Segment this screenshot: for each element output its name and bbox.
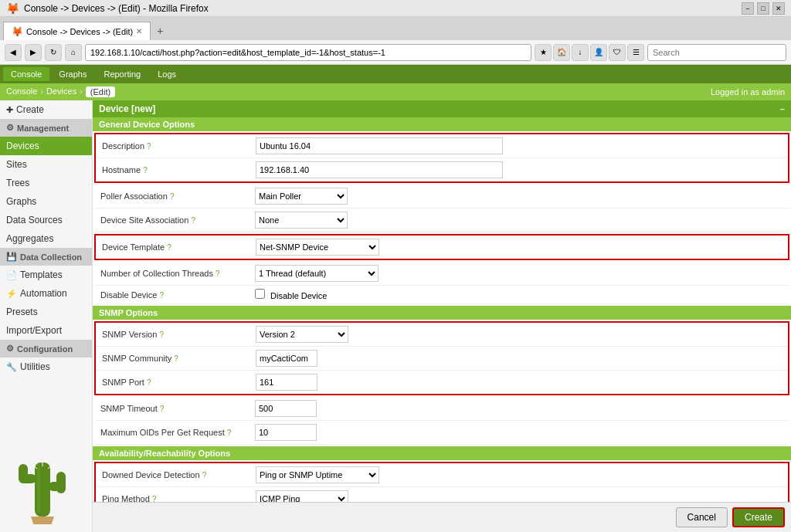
breadcrumb-console[interactable]: Console (6, 86, 37, 97)
sidebar-label-sites: Sites (6, 159, 27, 170)
availability-section-label: Availability/Reachability Options (99, 449, 230, 458)
configuration-icon: ⚙ (6, 344, 14, 354)
sidebar-item-presets[interactable]: Presets (0, 303, 92, 321)
device-template-row: Device Template ? Net-SNMP Device (95, 235, 789, 259)
sidebar-item-utilities[interactable]: 🔧 Utilities (0, 357, 92, 376)
sidebar-label-import-export: Import/Export (6, 325, 62, 336)
app-nav-tabs: Console Graphs Reporting Logs (0, 65, 791, 83)
breadcrumb: Console › Devices › (Edit) (6, 86, 115, 97)
disable-device-row: Disable Device ? Disable Device (94, 286, 789, 304)
downed-detection-row: Downed Device Detection ? Ping or SNMP U… (95, 463, 789, 487)
hostname-input[interactable] (256, 161, 503, 178)
breadcrumb-edit[interactable]: (Edit) (86, 86, 115, 97)
home-button[interactable]: ⌂ (65, 44, 82, 61)
content-wrapper: Device [new] − General Device Options De… (93, 100, 791, 532)
create-button[interactable]: Create (732, 507, 785, 527)
device-template-help-icon[interactable]: ? (167, 243, 171, 252)
disable-help-icon[interactable]: ? (159, 291, 164, 300)
sidebar-label-aggregates: Aggregates (6, 233, 53, 244)
sidebar-label-datacollection: Data Collection (20, 252, 82, 262)
utilities-icon: 🔧 (6, 362, 17, 372)
snmp-port-row: SNMP Port ? (95, 371, 789, 395)
description-input[interactable] (256, 137, 503, 154)
threads-select[interactable]: 1 Thread (default) (255, 265, 379, 282)
menu-icon[interactable]: ☰ (627, 44, 644, 61)
hostname-label: Hostname (102, 165, 141, 175)
availability-section-header: Availability/Reachability Options (93, 446, 791, 460)
collapse-button[interactable]: − (780, 105, 785, 114)
sidebar-item-trees[interactable]: Trees (0, 174, 92, 192)
sidebar-item-devices[interactable]: Devices (0, 137, 92, 155)
sidebar-item-templates[interactable]: 📄 Templates (0, 266, 92, 284)
bookmark-icon[interactable]: ★ (535, 44, 552, 61)
snmp-timeout-input[interactable] (255, 400, 317, 417)
snmp-port-label: SNMP Port (102, 378, 144, 387)
ping-method-help-icon[interactable]: ? (152, 495, 157, 502)
downed-detection-label: Downed Device Detection (102, 470, 200, 479)
tab-logs[interactable]: Logs (150, 67, 184, 81)
download-icon[interactable]: ↓ (572, 44, 589, 61)
management-icon: ⚙ (6, 123, 14, 133)
tab-console[interactable]: Console (3, 67, 49, 81)
new-tab-button[interactable]: + (151, 22, 169, 40)
snmp-timeout-help-icon[interactable]: ? (160, 405, 165, 413)
ping-method-select[interactable]: ICMP Ping (256, 490, 348, 502)
reload-button[interactable]: ↻ (45, 44, 62, 61)
sidebar-item-import-export[interactable]: Import/Export (0, 321, 92, 340)
snmp-port-input[interactable] (256, 374, 317, 391)
sidebar-item-graphs[interactable]: Graphs (0, 192, 92, 211)
sidebar-item-data-sources[interactable]: Data Sources (0, 211, 92, 229)
device-template-select[interactable]: Net-SNMP Device (256, 239, 379, 256)
maximize-button[interactable]: □ (757, 2, 769, 15)
device-title-label: Device [new] (99, 103, 155, 114)
disable-device-text: Disable Device (270, 291, 327, 300)
snmp-community-row: SNMP Community ? (95, 347, 789, 371)
sidebar-label-configuration: Configuration (17, 344, 73, 354)
snmp-timeout-row: SNMP Timeout ? (94, 397, 789, 421)
threads-help-icon[interactable]: ? (216, 269, 220, 278)
max-oids-help-icon[interactable]: ? (227, 429, 232, 437)
sidebar-item-aggregates[interactable]: Aggregates (0, 229, 92, 248)
shield-icon[interactable]: 🛡 (609, 44, 626, 61)
poller-help-icon[interactable]: ? (170, 192, 175, 201)
threads-label: Number of Collection Threads (100, 269, 213, 278)
forward-button[interactable]: ▶ (25, 44, 42, 61)
browser-tab-active[interactable]: 🦊 Console -> Devices -> (Edit) ✕ (3, 22, 151, 40)
site-select[interactable]: None (255, 212, 348, 229)
description-help-icon[interactable]: ? (147, 142, 151, 151)
tab-graphs[interactable]: Graphs (51, 67, 94, 81)
scrollable-content: Device [new] − General Device Options De… (93, 100, 791, 502)
snmp-version-select[interactable]: Version 2 (256, 326, 348, 343)
back-button[interactable]: ◀ (5, 44, 22, 61)
hostname-help-icon[interactable]: ? (143, 166, 148, 175)
search-input[interactable] (647, 44, 786, 61)
tab-reporting[interactable]: Reporting (96, 67, 148, 81)
close-button[interactable]: ✕ (772, 2, 785, 15)
url-input[interactable] (85, 44, 531, 61)
sidebar-label-trees: Trees (6, 178, 29, 188)
snmp-version-help-icon[interactable]: ? (159, 330, 164, 339)
minimize-button[interactable]: − (742, 2, 754, 15)
poller-select[interactable]: Main Poller (255, 188, 348, 205)
sidebar-item-automation[interactable]: ⚡ Automation (0, 284, 92, 303)
svg-rect-2 (19, 464, 28, 483)
breadcrumb-devices[interactable]: Devices (46, 86, 76, 97)
snmp-port-help-icon[interactable]: ? (147, 378, 151, 387)
sidebar-item-sites[interactable]: Sites (0, 155, 92, 174)
cancel-button[interactable]: Cancel (676, 507, 728, 527)
disable-device-checkbox[interactable] (255, 289, 265, 299)
site-help-icon[interactable]: ? (191, 216, 195, 225)
account-icon[interactable]: 👤 (590, 44, 607, 61)
home-icon2[interactable]: 🏠 (553, 44, 570, 61)
sidebar-item-create[interactable]: ✚ Create (0, 100, 92, 119)
sidebar-section-management: ⚙ Management (0, 119, 92, 137)
snmp-community-input[interactable] (256, 350, 317, 367)
max-oids-input[interactable] (255, 424, 317, 441)
snmp-community-help-icon[interactable]: ? (174, 354, 178, 363)
automation-icon: ⚡ (6, 289, 17, 299)
snmp-extra-table: SNMP Timeout ? Maximum OIDs Per Get Requ… (94, 397, 789, 445)
downed-detection-help-icon[interactable]: ? (202, 471, 207, 479)
poller-row: Poller Association ? Main Poller (94, 185, 789, 208)
tab-close-button[interactable]: ✕ (136, 27, 142, 36)
downed-detection-select[interactable]: Ping or SNMP Uptime (256, 466, 379, 483)
